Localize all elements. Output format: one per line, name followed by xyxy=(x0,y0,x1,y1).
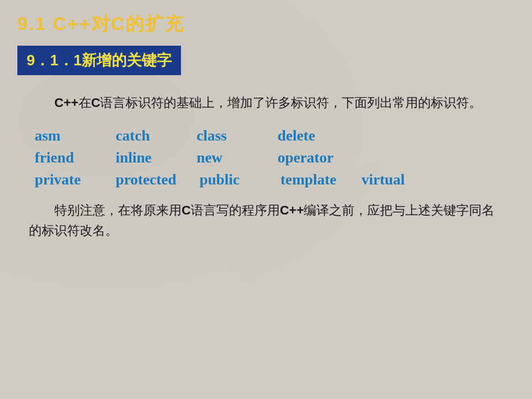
keyword-template: template xyxy=(280,171,338,189)
keywords-section: asm catch class delete friend inline new… xyxy=(29,127,503,189)
section-title-text: 9．1．1新增的关键字 xyxy=(27,51,172,69)
keyword-delete: delete xyxy=(278,127,335,145)
keyword-catch: catch xyxy=(116,127,173,145)
note-text: 特别注意，在将原来用C语言写的程序用C++编译之前，应把与上述关键字同名的标识符… xyxy=(29,200,503,241)
keyword-virtual: virtual xyxy=(361,171,419,189)
keyword-protected: protected xyxy=(116,171,176,189)
c-bold-2: C xyxy=(182,203,191,217)
cpp-bold-2: C++ xyxy=(280,203,304,217)
keyword-private: private xyxy=(35,171,93,189)
keyword-public: public xyxy=(200,171,257,189)
keyword-friend: friend xyxy=(35,149,93,167)
section-header: 9．1．1新增的关键字 xyxy=(17,46,181,75)
keyword-row-2: friend inline new operator xyxy=(29,149,503,167)
cpp-bold-1: C++ xyxy=(54,95,79,110)
intro-text: C++在C语言标识符的基础上，增加了许多标识符，下面列出常用的标识符。 xyxy=(29,93,503,113)
content-area: C++在C语言标识符的基础上，增加了许多标识符，下面列出常用的标识符。 asm … xyxy=(17,93,515,241)
main-title: 9.1 C++对C的扩充 xyxy=(17,12,515,37)
keyword-class: class xyxy=(197,127,254,145)
page-container: 9.1 C++对C的扩充 9．1．1新增的关键字 C++在C语言标识符的基础上，… xyxy=(0,0,532,399)
keyword-row-3: private protected public template virtua… xyxy=(29,171,503,189)
c-bold-1: C xyxy=(91,95,101,110)
main-title-text: 9.1 C++对C的扩充 xyxy=(17,13,184,34)
keyword-operator: operator xyxy=(278,149,335,167)
keyword-inline: inline xyxy=(116,149,173,167)
keyword-new: new xyxy=(197,149,254,167)
keyword-asm: asm xyxy=(35,127,93,145)
keyword-row-1: asm catch class delete xyxy=(29,127,503,145)
